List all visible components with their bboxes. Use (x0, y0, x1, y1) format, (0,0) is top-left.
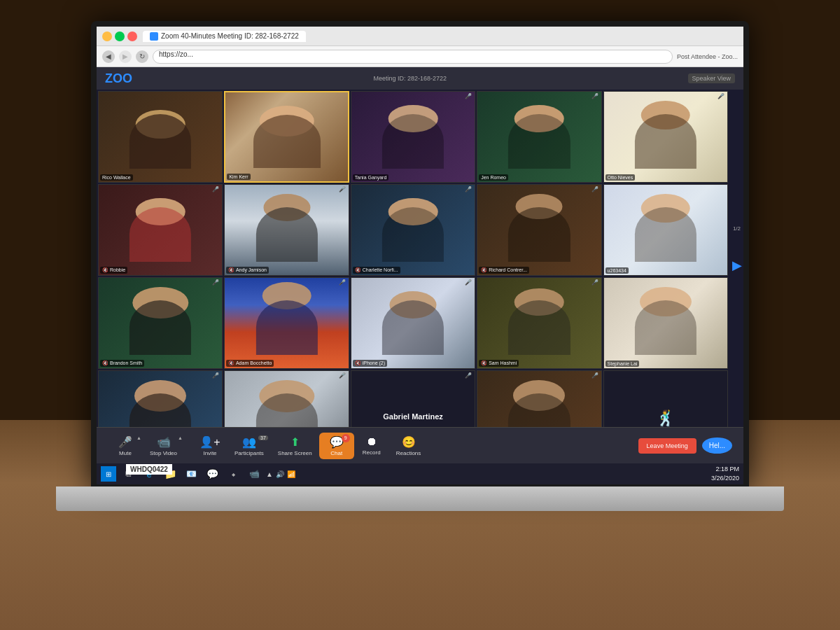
stop-video-label: Stop Video (150, 450, 177, 456)
clock-time: 2:18 PM (711, 465, 739, 474)
video-grid: Rico Wallace Kim Kerr 🎤 Tania (97, 90, 729, 463)
video-tile-andy-jamison: 🎤 🔇 Andy Jamison (224, 184, 349, 276)
outlook-taskbar-icon[interactable]: 📧 (182, 465, 200, 483)
share-screen-button[interactable]: ⬆ Share Screen (271, 433, 319, 459)
laptop-label: WHDQ0422 (126, 464, 172, 475)
laptop-base: WHDQ0422 (56, 486, 784, 511)
zoom-topbar: ZOO Meeting ID: 282-168-2722 Speaker Vie… (97, 67, 743, 90)
chat-label: Chat (330, 450, 342, 456)
mute-label: Mute (119, 450, 132, 456)
zoom-app: ZOO Meeting ID: 282-168-2722 Speaker Vie… (97, 67, 743, 463)
participants-button[interactable]: 👥 37 Participants (227, 433, 271, 459)
reactions-icon: 😊 (402, 435, 416, 449)
share-screen-label: Share Screen (278, 450, 312, 456)
participant-name-adam-b: 🔇 Adam Bocchetto (226, 360, 274, 367)
maximize-btn[interactable] (115, 31, 125, 41)
video-tile-adam-b: 🎤 🔇 Adam Bocchetto (224, 277, 349, 369)
back-button[interactable]: ◀ (102, 50, 115, 63)
browser-address-bar: ◀ ▶ ↻ https://zo... Post Attendee - Zoo.… (97, 46, 743, 67)
video-caret[interactable]: ▲ (178, 435, 183, 440)
browser-title-bar: Zoom 40-Minutes Meeting ID: 282-168-2722 (97, 27, 743, 46)
video-tile-rico-wallace: Rico Wallace (98, 91, 223, 183)
start-button[interactable]: ⊞ (101, 466, 116, 482)
participants-badge: 37 (258, 435, 268, 440)
participant-name-andy-jamison: 🔇 Andy Jamison (226, 267, 269, 274)
tray-network-icon[interactable]: 📶 (287, 470, 295, 478)
zoom-toolbar: 🎤 Mute ▲ 📹 Stop Video ▲ 👤+ Invite (97, 427, 743, 463)
participants-icon: 👥 (242, 435, 256, 449)
forward-button[interactable]: ▶ (119, 50, 132, 63)
scroll-next-page[interactable]: ▶ (732, 258, 742, 273)
stop-video-button[interactable]: 📹 Stop Video ▲ (143, 433, 184, 459)
bookmark-bar-item[interactable]: Post Attendee - Zoo... (677, 53, 738, 60)
video-icon: 📹 (157, 435, 171, 449)
participant-name-rico-wallace: Rico Wallace (100, 174, 133, 181)
participant-name-tania-ganyard: Tania Ganyard (353, 174, 389, 181)
participant-name-jen-romeo: Jen Romeo (479, 174, 508, 181)
video-tile-richard-c: 🎤 🔇 Richard Contrer... (477, 184, 601, 276)
clock-date: 3/26/2020 (711, 474, 739, 483)
video-tile-jen-romeo: 🎤 Jen Romeo (477, 91, 601, 183)
mute-caret[interactable]: ▲ (136, 435, 141, 440)
video-tile-iphone: 🎤 🔇 iPhone (2) (351, 277, 475, 369)
participant-name-iphone: 🔇 iPhone (2) (353, 360, 387, 367)
participant-name-richard-c: 🔇 Richard Contrer... (479, 267, 529, 274)
page-indicator: 1/2 (733, 225, 741, 232)
participants-label: Participants (234, 450, 264, 456)
browser-chrome: Zoom 40-Minutes Meeting ID: 282-168-2722… (97, 27, 743, 67)
zoom-taskbar-icon[interactable]: 📹 (245, 465, 263, 483)
laptop-screen-bezel: Zoom 40-Minutes Meeting ID: 282-168-2722… (91, 21, 749, 490)
participant-name-sam-hashmi: 🔇 Sam Hashmi (479, 360, 519, 367)
reactions-button[interactable]: 😊 Reactions (389, 433, 428, 459)
mute-icon: 🎤 (118, 435, 132, 449)
chat-badge: 9 (342, 434, 350, 442)
video-tile-sam-hashmi: 🎤 🔇 Sam Hashmi (477, 277, 601, 369)
zoom-meeting-id: Meeting ID: 282-168-2722 (374, 75, 447, 82)
video-tile-brandon-smith: 🎤 🔇 Brandon Smith (98, 277, 223, 369)
help-button[interactable]: Hel... (702, 438, 732, 454)
participant-name-otto-nieves: Otto Nieves (606, 174, 636, 181)
speaker-view-button[interactable]: Speaker View (688, 74, 735, 83)
screen-inner: Zoom 40-Minutes Meeting ID: 282-168-2722… (97, 27, 743, 484)
video-tile-u263434: u263434 (603, 184, 728, 276)
taskbar-clock: 2:18 PM 3/26/2020 (711, 465, 739, 482)
tray-speakers-icon[interactable]: 🔊 (276, 470, 284, 478)
zoom-logo: ZOO (105, 71, 132, 86)
browser-tab[interactable]: Zoom 40-Minutes Meeting ID: 282-168-2722 (143, 31, 306, 42)
video-tile-tania-ganyard: 🎤 Tania Ganyard (351, 91, 475, 183)
address-bar[interactable]: https://zo... (153, 50, 673, 64)
participant-name-u263434: u263434 (606, 267, 629, 274)
zoom-favicon (150, 32, 158, 41)
mute-button[interactable]: 🎤 Mute ▲ (108, 433, 143, 459)
laptop-container: Zoom 40-Minutes Meeting ID: 282-168-2722… (35, 21, 805, 546)
participant-name-kim-kerr: Kim Kerr (227, 174, 250, 180)
record-icon: ⏺ (366, 435, 377, 448)
record-button[interactable]: ⏺ Record (354, 433, 389, 458)
reactions-label: Reactions (396, 450, 421, 456)
video-tile-kim-kerr: Kim Kerr (224, 91, 349, 183)
tray-up-icon[interactable]: ▲ (266, 470, 273, 478)
skype-taskbar-icon[interactable]: 💬 (203, 465, 221, 483)
chat-button[interactable]: 💬 9 Chat (319, 433, 354, 459)
browser-controls (102, 31, 137, 41)
participant-name-gabriel: Gabriel Martinez (383, 412, 443, 421)
video-tile-otto-nieves: 🎤 Otto Nieves (603, 91, 728, 183)
invite-button[interactable]: 👤+ Invite (192, 433, 227, 459)
leave-meeting-button[interactable]: Leave Meeting (638, 438, 696, 454)
close-btn[interactable] (127, 31, 137, 41)
minimize-btn[interactable] (102, 31, 112, 41)
video-tile-charlette: 🎤 🔇 Charlette Norfi... (351, 184, 475, 276)
refresh-button[interactable]: ↻ (136, 50, 148, 63)
video-tile-stephanie: Stephanie Lai (603, 277, 728, 369)
invite-icon: 👤+ (200, 435, 220, 449)
participant-name-brandon-smith: 🔇 Brandon Smith (100, 360, 144, 367)
video-tile-robbie: 🎤 🔇 Robbie (98, 184, 223, 276)
browser-tab-title: Zoom 40-Minutes Meeting ID: 282-168-2722 (161, 32, 299, 40)
windows-taskbar: ⊞ ⧉ e 📁 📧 💬 ⬥ 📹 ▲ 🔊 📶 2:18 PM 3/26/2020 (97, 463, 743, 484)
invite-label: Invite (203, 450, 216, 456)
participant-name-stephanie: Stephanie Lai (606, 360, 640, 367)
taskbar-tray: ▲ 🔊 📶 (266, 470, 295, 478)
record-label: Record (363, 449, 381, 456)
edge-taskbar-icon[interactable]: ⬥ (224, 465, 242, 483)
participant-name-charlette: 🔇 Charlette Norfi... (353, 267, 400, 274)
